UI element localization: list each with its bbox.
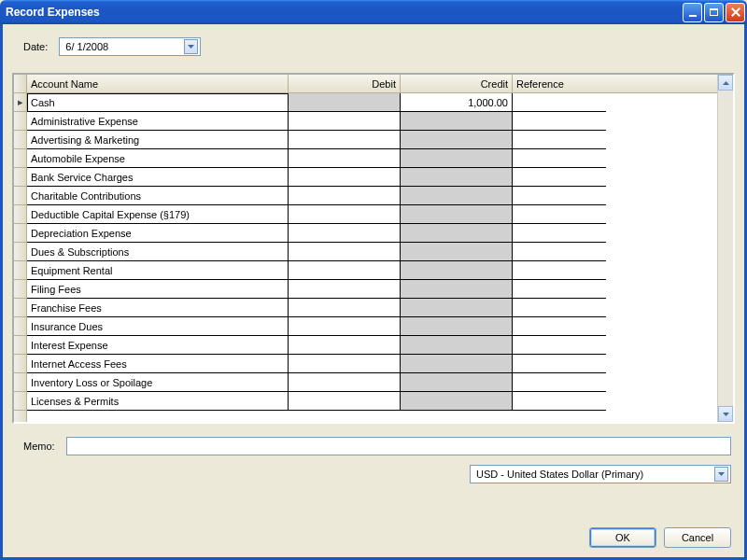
cell-reference[interactable] <box>513 93 606 112</box>
ok-button[interactable]: OK <box>589 527 656 548</box>
row-header-cell[interactable]: ▸ <box>14 93 26 112</box>
currency-dropdown-button[interactable] <box>714 467 728 482</box>
titlebar[interactable]: Record Expenses <box>0 0 747 24</box>
cell-debit[interactable] <box>289 392 401 411</box>
table-row[interactable]: Franchise Fees <box>27 299 717 317</box>
cell-reference[interactable] <box>513 355 606 373</box>
cell-reference[interactable] <box>513 336 606 355</box>
cell-account-name[interactable]: Inventory Loss or Spoilage <box>27 373 289 392</box>
cell-reference[interactable] <box>513 187 606 205</box>
cell-debit[interactable] <box>289 149 401 168</box>
cell-account-name[interactable]: Charitable Contributions <box>27 187 289 205</box>
row-header-cell[interactable] <box>14 187 26 205</box>
cell-account-name[interactable]: Dues & Subscriptions <box>27 243 289 261</box>
table-row[interactable]: Administrative Expense <box>27 112 717 131</box>
cell-reference[interactable] <box>513 317 606 336</box>
cell-account-name[interactable]: Deductible Capital Expense (§179) <box>27 205 289 224</box>
table-row[interactable]: Depreciation Expense <box>27 224 717 243</box>
cell-account-name[interactable]: Cash <box>27 93 289 112</box>
row-header-cell[interactable] <box>14 168 26 187</box>
row-header-cell[interactable] <box>14 336 26 355</box>
cell-account-name[interactable]: Insurance Dues <box>27 317 289 336</box>
cell-reference[interactable] <box>513 168 606 187</box>
date-dropdown-button[interactable] <box>184 39 198 54</box>
cell-credit[interactable]: 1,000.00 <box>401 93 513 112</box>
cell-debit[interactable] <box>289 112 401 131</box>
table-row[interactable]: Insurance Dues <box>27 317 717 336</box>
cell-reference[interactable] <box>513 299 606 317</box>
cell-debit[interactable] <box>289 355 401 373</box>
memo-input[interactable] <box>66 437 731 455</box>
table-row[interactable]: Inventory Loss or Spoilage <box>27 373 717 392</box>
table-row[interactable]: Deductible Capital Expense (§179) <box>27 205 717 224</box>
row-header-cell[interactable] <box>14 243 26 261</box>
cell-debit[interactable] <box>289 131 401 149</box>
cell-reference[interactable] <box>513 131 606 149</box>
cell-reference[interactable] <box>513 243 606 261</box>
cell-account-name[interactable]: Depreciation Expense <box>27 224 289 243</box>
cell-reference[interactable] <box>513 392 606 411</box>
cell-debit[interactable] <box>289 168 401 187</box>
row-header-cell[interactable] <box>14 131 26 149</box>
col-header-credit[interactable]: Credit <box>401 75 513 92</box>
vertical-scrollbar[interactable] <box>717 75 733 422</box>
table-row[interactable]: Internet Access Fees <box>27 355 717 373</box>
cell-account-name[interactable]: Advertising & Marketing <box>27 131 289 149</box>
table-row[interactable]: Charitable Contributions <box>27 187 717 205</box>
table-row[interactable]: Automobile Expense <box>27 149 717 168</box>
cell-debit[interactable] <box>289 205 401 224</box>
row-header-cell[interactable] <box>14 205 26 224</box>
date-picker[interactable]: 6/ 1/2008 <box>59 37 201 56</box>
col-header-debit[interactable]: Debit <box>289 75 401 92</box>
table-row[interactable]: Bank Service Charges <box>27 168 717 187</box>
cell-debit[interactable] <box>289 261 401 280</box>
row-header-cell[interactable] <box>14 355 26 373</box>
cell-reference[interactable] <box>513 112 606 131</box>
cell-reference[interactable] <box>513 205 606 224</box>
col-header-name[interactable]: Account Name <box>27 75 289 92</box>
row-header-cell[interactable] <box>14 317 26 336</box>
cell-debit[interactable] <box>289 224 401 243</box>
cell-account-name[interactable]: Internet Access Fees <box>27 355 289 373</box>
minimize-button[interactable] <box>683 3 702 22</box>
cell-reference[interactable] <box>513 280 606 299</box>
row-header-cell[interactable] <box>14 373 26 392</box>
cell-debit[interactable] <box>289 187 401 205</box>
cell-account-name[interactable]: Bank Service Charges <box>27 168 289 187</box>
cell-debit[interactable] <box>289 243 401 261</box>
table-row[interactable]: Advertising & Marketing <box>27 131 717 149</box>
cell-account-name[interactable]: Franchise Fees <box>27 299 289 317</box>
cell-debit[interactable] <box>289 280 401 299</box>
cell-debit[interactable] <box>289 299 401 317</box>
cell-account-name[interactable]: Filing Fees <box>27 280 289 299</box>
cell-debit[interactable] <box>289 373 401 392</box>
cell-account-name[interactable]: Interest Expense <box>27 336 289 355</box>
table-row[interactable]: Interest Expense <box>27 336 717 355</box>
currency-select[interactable]: USD - United States Dollar (Primary) <box>470 465 731 483</box>
cell-reference[interactable] <box>513 149 606 168</box>
table-row[interactable]: Filing Fees <box>27 280 717 299</box>
table-row[interactable]: Dues & Subscriptions <box>27 243 717 261</box>
cell-debit[interactable] <box>289 336 401 355</box>
row-header-cell[interactable] <box>14 112 26 131</box>
maximize-button[interactable] <box>704 3 724 22</box>
cell-reference[interactable] <box>513 261 606 280</box>
table-row[interactable]: Equipment Rental <box>27 261 717 280</box>
scroll-down-button[interactable] <box>718 406 733 422</box>
row-header-cell[interactable] <box>14 392 26 411</box>
table-row[interactable]: Cash1,000.00 <box>27 93 717 112</box>
cell-debit[interactable] <box>289 317 401 336</box>
cell-reference[interactable] <box>513 224 606 243</box>
close-button[interactable] <box>726 3 745 22</box>
row-header-cell[interactable] <box>14 299 26 317</box>
cell-account-name[interactable]: Administrative Expense <box>27 112 289 131</box>
row-header-cell[interactable] <box>14 149 26 168</box>
table-row[interactable]: Licenses & Permits <box>27 392 717 411</box>
cell-account-name[interactable]: Equipment Rental <box>27 261 289 280</box>
scroll-up-button[interactable] <box>718 75 733 91</box>
cell-account-name[interactable]: Licenses & Permits <box>27 392 289 411</box>
cancel-button[interactable]: Cancel <box>664 527 731 548</box>
row-header-cell[interactable] <box>14 261 26 280</box>
row-header-cell[interactable] <box>14 280 26 299</box>
row-header-cell[interactable] <box>14 224 26 243</box>
